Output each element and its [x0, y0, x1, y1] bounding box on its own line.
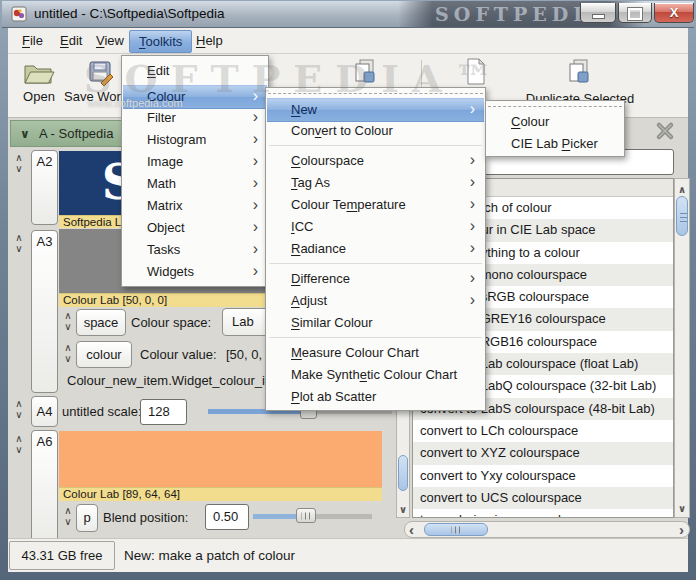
menu-item-similar-colour[interactable]: Similar Colour [267, 312, 484, 334]
panel-close-icon[interactable] [655, 121, 675, 141]
menu-item-new-colour[interactable]: Colour [487, 111, 623, 133]
scroll-up-icon[interactable] [675, 181, 689, 196]
submenu-arrow-icon [470, 194, 475, 216]
menu-item-colour[interactable]: Colour [123, 85, 267, 109]
list-vscrollbar[interactable] [674, 178, 690, 518]
row-a2-reorder[interactable] [12, 152, 26, 174]
menu-item-adjust[interactable]: Adjust [267, 290, 484, 312]
toolbar-separator [421, 60, 422, 90]
scrollbar-grip [452, 526, 461, 533]
maximize-button[interactable] [618, 3, 652, 23]
blend-slider-track-filled[interactable] [253, 514, 301, 519]
scale-label: untitled scale: [62, 397, 142, 427]
list-item[interactable]: convert to XYZ colourspace [413, 442, 673, 464]
orange-colour-patch[interactable] [59, 431, 382, 487]
minimize-button[interactable] [580, 3, 616, 23]
colour-row-reorder[interactable] [61, 342, 75, 364]
scroll-down-icon[interactable] [397, 501, 409, 516]
colour-button[interactable]: colour [76, 341, 132, 368]
tearoff-handle[interactable] [488, 103, 622, 110]
save-workspace-icon[interactable] [88, 58, 114, 86]
tearoff-handle[interactable] [268, 90, 483, 97]
menu-item-tag-as[interactable]: Tag As [267, 172, 484, 194]
titlebar[interactable]: SOFTPEDIA untitled - C:\Softpedia\Softpe… [2, 1, 694, 28]
list-item[interactable]: convert to Yxy colourspace [413, 465, 673, 487]
row-a3-reorder[interactable] [12, 232, 26, 254]
duplicate-selected-icon[interactable] [566, 58, 592, 86]
row-a4-reorder[interactable] [12, 398, 26, 420]
submenu-arrow-icon [470, 172, 475, 194]
space-row-reorder[interactable] [61, 310, 75, 332]
menu-item-new[interactable]: New [267, 98, 484, 122]
menu-item-object[interactable]: Object [123, 217, 267, 239]
menu-item-histogram[interactable]: Histogram [123, 129, 267, 151]
application-window: SOFTPEDIA untitled - C:\Softpedia\Softpe… [0, 0, 696, 580]
maximize-icon [628, 8, 642, 20]
submenu-arrow-icon [253, 217, 258, 239]
menu-item-convert-to-colour[interactable]: Convert to Colour [267, 120, 484, 142]
window-title: untitled - C:\Softpedia\Softpedia [34, 1, 225, 28]
paste-icon[interactable] [352, 58, 378, 86]
row-button-a4[interactable]: A4 [31, 396, 58, 427]
menu-item-radiance[interactable]: Radiance [267, 238, 484, 260]
list-hscrollbar-thumb[interactable] [424, 523, 488, 536]
scroll-right-icon[interactable] [679, 523, 684, 538]
list-item[interactable]: tag as being in mono colourspace [413, 509, 673, 517]
app-icon [11, 6, 27, 22]
submenu-arrow-icon [253, 173, 258, 195]
menu-item-image[interactable]: Image [123, 151, 267, 173]
menu-view[interactable]: View [92, 28, 128, 54]
column-collapse-icon[interactable] [20, 121, 30, 147]
menu-item-plot-ab-scatter[interactable]: Plot ab Scatter [267, 386, 484, 408]
space-button[interactable]: space [76, 309, 126, 336]
menu-separator [269, 334, 482, 342]
scroll-down-icon[interactable] [675, 500, 689, 515]
open-icon[interactable] [23, 60, 55, 86]
colour-lab-header-a6: Colour Lab [89, 64, 64] [59, 487, 382, 501]
menu-item-cie-lab-picker[interactable]: CIE Lab Picker [487, 133, 623, 155]
submenu-arrow-icon [253, 195, 258, 217]
list-vscrollbar-thumb[interactable] [676, 196, 688, 236]
row-button-a2[interactable]: A2 [31, 150, 58, 225]
close-button[interactable] [654, 3, 694, 23]
menu-item-difference[interactable]: Difference [267, 268, 484, 290]
menu-item-filter[interactable]: Filter [123, 107, 267, 129]
submenu-arrow-icon [253, 239, 258, 261]
slider-grip [302, 512, 311, 519]
row-a6-reorder[interactable] [12, 433, 26, 455]
submenu-arrow-icon [470, 268, 475, 290]
p-button[interactable]: p [76, 504, 98, 532]
toolkits-menu: Edit Colour Filter Histogram Image Math … [121, 55, 269, 287]
blend-slider-handle[interactable] [296, 508, 316, 523]
menu-item-matrix[interactable]: Matrix [123, 195, 267, 217]
menu-file[interactable]: File [18, 28, 47, 54]
blend-position-input[interactable]: 0.50 [205, 504, 249, 530]
menu-item-colourspace[interactable]: Colourspace [267, 150, 484, 172]
new-column-icon[interactable] [464, 57, 488, 86]
menu-item-colour-temperature[interactable]: Colour Temperature [267, 194, 484, 216]
menu-item-measure-colour-chart[interactable]: Measure Colour Chart [267, 342, 484, 364]
menu-item-math[interactable]: Math [123, 173, 267, 195]
scroll-left-icon[interactable] [409, 523, 414, 538]
workspace-vscrollbar-thumb[interactable] [398, 455, 408, 491]
list-item[interactable]: convert to LCh colourspace [413, 420, 673, 442]
menu-item-tasks[interactable]: Tasks [123, 239, 267, 261]
scale-input[interactable]: 128 [140, 399, 187, 425]
menu-item-edit[interactable]: Edit [123, 60, 267, 82]
scrollbar-grip [680, 213, 687, 222]
menu-help[interactable]: Help [192, 28, 227, 54]
row-button-a3[interactable]: A3 [31, 230, 58, 393]
row-button-a6[interactable]: A6 [31, 430, 58, 542]
submenu-arrow-icon [470, 216, 475, 238]
widget-class-text: Colour_new_item.Widget_colour_item [67, 371, 287, 391]
menu-item-widgets[interactable]: Widgets [123, 261, 267, 283]
list-item[interactable]: convert to UCS colourspace [413, 487, 673, 509]
menu-edit[interactable]: Edit [56, 28, 86, 54]
menu-toolkits[interactable]: Toolkits [129, 30, 192, 53]
colour-value-label: Colour value: [140, 341, 217, 368]
list-hscrollbar[interactable] [404, 521, 690, 538]
menu-item-make-synthetic-colour-chart[interactable]: Make Synthetic Colour Chart [267, 364, 484, 386]
p-row-reorder[interactable] [61, 505, 75, 527]
menu-item-icc[interactable]: ICC [267, 216, 484, 238]
open-button[interactable]: Open [16, 89, 62, 104]
